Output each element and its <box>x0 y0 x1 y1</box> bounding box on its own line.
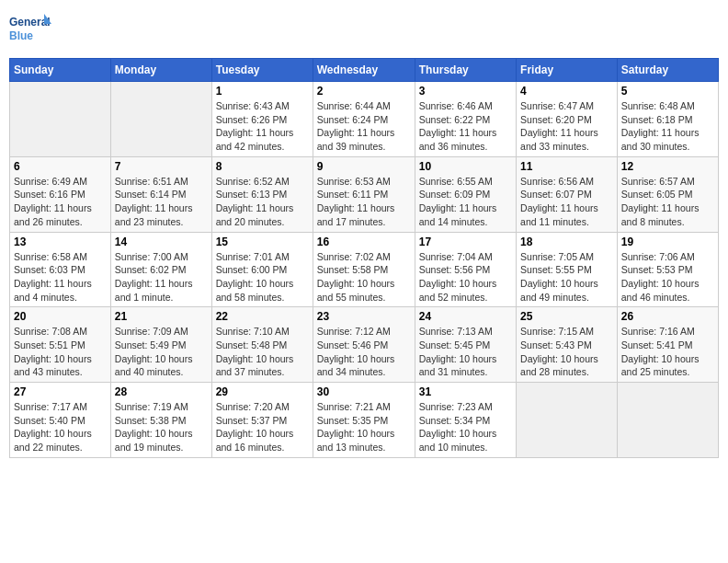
day-number: 9 <box>317 160 411 173</box>
day-info: Sunrise: 7:20 AMSunset: 5:37 PMDaylight:… <box>216 400 309 454</box>
calendar-week-row: 20Sunrise: 7:08 AMSunset: 5:51 PMDayligh… <box>10 307 719 383</box>
day-info: Sunrise: 6:55 AMSunset: 6:09 PMDaylight:… <box>419 175 512 229</box>
calendar-cell <box>110 82 211 157</box>
day-number: 28 <box>115 385 208 398</box>
calendar-cell: 24Sunrise: 7:13 AMSunset: 5:45 PMDayligh… <box>415 307 516 383</box>
day-number: 3 <box>419 85 512 98</box>
day-info: Sunrise: 7:17 AMSunset: 5:40 PMDaylight:… <box>14 400 107 454</box>
day-number: 27 <box>14 385 107 398</box>
calendar-cell: 16Sunrise: 7:02 AMSunset: 5:58 PMDayligh… <box>313 232 415 307</box>
day-number: 24 <box>419 310 512 323</box>
day-number: 26 <box>621 310 714 323</box>
calendar-cell: 18Sunrise: 7:05 AMSunset: 5:55 PMDayligh… <box>517 232 618 307</box>
day-number: 31 <box>419 385 512 398</box>
weekday-header-friday: Friday <box>517 59 618 82</box>
day-info: Sunrise: 6:43 AMSunset: 6:26 PMDaylight:… <box>216 99 309 154</box>
weekday-header-row: SundayMondayTuesdayWednesdayThursdayFrid… <box>10 59 719 82</box>
day-number: 6 <box>14 160 107 173</box>
day-number: 16 <box>317 236 411 248</box>
day-number: 11 <box>520 160 613 173</box>
day-number: 25 <box>520 310 613 323</box>
day-info: Sunrise: 6:49 AMSunset: 6:16 PMDaylight:… <box>14 175 107 229</box>
calendar-cell: 2Sunrise: 6:44 AMSunset: 6:24 PMDaylight… <box>313 82 415 157</box>
day-number: 14 <box>115 236 208 248</box>
day-info: Sunrise: 7:21 AMSunset: 5:35 PMDaylight:… <box>317 400 411 454</box>
calendar-cell <box>517 383 618 458</box>
calendar-cell: 13Sunrise: 6:58 AMSunset: 6:03 PMDayligh… <box>10 232 111 307</box>
calendar-cell: 12Sunrise: 6:57 AMSunset: 6:05 PMDayligh… <box>617 156 718 232</box>
day-number: 23 <box>317 310 411 323</box>
day-number: 30 <box>317 385 411 398</box>
weekday-header-monday: Monday <box>110 59 211 82</box>
calendar-cell: 26Sunrise: 7:16 AMSunset: 5:41 PMDayligh… <box>617 307 718 383</box>
calendar-cell: 20Sunrise: 7:08 AMSunset: 5:51 PMDayligh… <box>10 307 111 383</box>
calendar-cell: 3Sunrise: 6:46 AMSunset: 6:22 PMDaylight… <box>415 82 516 157</box>
day-number: 8 <box>216 160 309 173</box>
day-info: Sunrise: 6:57 AMSunset: 6:05 PMDaylight:… <box>621 175 714 229</box>
day-number: 12 <box>621 160 714 173</box>
calendar-cell: 6Sunrise: 6:49 AMSunset: 6:16 PMDaylight… <box>10 156 111 232</box>
page-header: General Blue <box>9 9 719 51</box>
day-info: Sunrise: 7:19 AMSunset: 5:38 PMDaylight:… <box>115 400 208 454</box>
weekday-header-sunday: Sunday <box>10 59 111 82</box>
calendar-cell: 29Sunrise: 7:20 AMSunset: 5:37 PMDayligh… <box>211 383 313 458</box>
calendar-week-row: 27Sunrise: 7:17 AMSunset: 5:40 PMDayligh… <box>10 383 719 458</box>
calendar-cell: 8Sunrise: 6:52 AMSunset: 6:13 PMDaylight… <box>211 156 313 232</box>
day-info: Sunrise: 7:09 AMSunset: 5:49 PMDaylight:… <box>115 325 208 379</box>
day-number: 15 <box>216 236 309 248</box>
calendar-cell: 19Sunrise: 7:06 AMSunset: 5:53 PMDayligh… <box>617 232 718 307</box>
calendar-cell: 23Sunrise: 7:12 AMSunset: 5:46 PMDayligh… <box>313 307 415 383</box>
day-info: Sunrise: 7:10 AMSunset: 5:48 PMDaylight:… <box>216 325 309 379</box>
day-info: Sunrise: 6:56 AMSunset: 6:07 PMDaylight:… <box>520 175 613 229</box>
day-info: Sunrise: 6:44 AMSunset: 6:24 PMDaylight:… <box>317 99 411 154</box>
day-info: Sunrise: 7:23 AMSunset: 5:34 PMDaylight:… <box>419 400 512 454</box>
day-info: Sunrise: 7:00 AMSunset: 6:02 PMDaylight:… <box>115 250 208 304</box>
calendar-cell: 9Sunrise: 6:53 AMSunset: 6:11 PMDaylight… <box>313 156 415 232</box>
weekday-header-saturday: Saturday <box>617 59 718 82</box>
calendar-cell: 7Sunrise: 6:51 AMSunset: 6:14 PMDaylight… <box>110 156 211 232</box>
day-info: Sunrise: 7:12 AMSunset: 5:46 PMDaylight:… <box>317 325 411 379</box>
day-number: 5 <box>621 85 714 98</box>
day-info: Sunrise: 7:04 AMSunset: 5:56 PMDaylight:… <box>419 250 512 304</box>
calendar-cell: 5Sunrise: 6:48 AMSunset: 6:18 PMDaylight… <box>617 82 718 157</box>
day-info: Sunrise: 7:13 AMSunset: 5:45 PMDaylight:… <box>419 325 512 379</box>
day-info: Sunrise: 7:08 AMSunset: 5:51 PMDaylight:… <box>14 325 107 379</box>
calendar-cell: 11Sunrise: 6:56 AMSunset: 6:07 PMDayligh… <box>517 156 618 232</box>
day-number: 19 <box>621 236 714 248</box>
calendar-cell: 21Sunrise: 7:09 AMSunset: 5:49 PMDayligh… <box>110 307 211 383</box>
calendar-cell: 17Sunrise: 7:04 AMSunset: 5:56 PMDayligh… <box>415 232 516 307</box>
calendar-cell: 30Sunrise: 7:21 AMSunset: 5:35 PMDayligh… <box>313 383 415 458</box>
calendar-week-row: 13Sunrise: 6:58 AMSunset: 6:03 PMDayligh… <box>10 232 719 307</box>
day-info: Sunrise: 7:02 AMSunset: 5:58 PMDaylight:… <box>317 250 411 304</box>
day-number: 20 <box>14 310 107 323</box>
logo: General Blue <box>9 9 55 51</box>
day-number: 7 <box>115 160 208 173</box>
calendar-week-row: 6Sunrise: 6:49 AMSunset: 6:16 PMDaylight… <box>10 156 719 232</box>
day-info: Sunrise: 7:15 AMSunset: 5:43 PMDaylight:… <box>520 325 613 379</box>
day-number: 1 <box>216 85 309 98</box>
day-info: Sunrise: 6:52 AMSunset: 6:13 PMDaylight:… <box>216 175 309 229</box>
day-info: Sunrise: 6:47 AMSunset: 6:20 PMDaylight:… <box>520 99 613 154</box>
calendar-cell: 14Sunrise: 7:00 AMSunset: 6:02 PMDayligh… <box>110 232 211 307</box>
calendar-cell: 15Sunrise: 7:01 AMSunset: 6:00 PMDayligh… <box>211 232 313 307</box>
calendar-cell <box>617 383 718 458</box>
day-info: Sunrise: 6:46 AMSunset: 6:22 PMDaylight:… <box>419 99 512 154</box>
day-info: Sunrise: 6:53 AMSunset: 6:11 PMDaylight:… <box>317 175 411 229</box>
logo-svg: General Blue <box>9 9 55 51</box>
weekday-header-tuesday: Tuesday <box>211 59 313 82</box>
svg-text:General: General <box>9 16 51 29</box>
day-number: 13 <box>14 236 107 248</box>
day-info: Sunrise: 6:58 AMSunset: 6:03 PMDaylight:… <box>14 250 107 304</box>
calendar-cell: 22Sunrise: 7:10 AMSunset: 5:48 PMDayligh… <box>211 307 313 383</box>
calendar-week-row: 1Sunrise: 6:43 AMSunset: 6:26 PMDaylight… <box>10 82 719 157</box>
calendar-table: SundayMondayTuesdayWednesdayThursdayFrid… <box>9 58 719 458</box>
calendar-cell <box>10 82 111 157</box>
day-number: 18 <box>520 236 613 248</box>
weekday-header-wednesday: Wednesday <box>313 59 415 82</box>
weekday-header-thursday: Thursday <box>415 59 516 82</box>
calendar-cell: 4Sunrise: 6:47 AMSunset: 6:20 PMDaylight… <box>517 82 618 157</box>
day-info: Sunrise: 7:16 AMSunset: 5:41 PMDaylight:… <box>621 325 714 379</box>
day-info: Sunrise: 6:51 AMSunset: 6:14 PMDaylight:… <box>115 175 208 229</box>
day-info: Sunrise: 6:48 AMSunset: 6:18 PMDaylight:… <box>621 99 714 154</box>
day-number: 17 <box>419 236 512 248</box>
